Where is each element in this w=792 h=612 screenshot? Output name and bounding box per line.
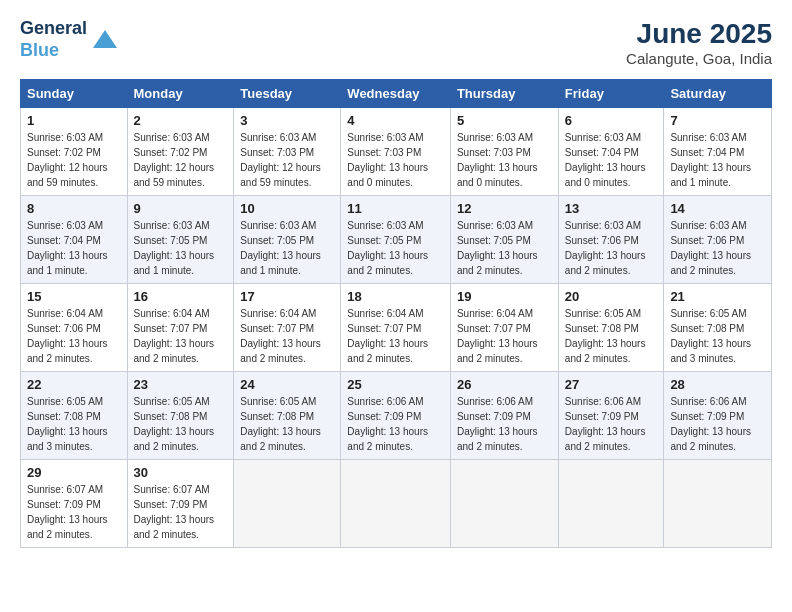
day-detail: Sunrise: 6:05 AM Sunset: 7:08 PM Dayligh… xyxy=(134,394,228,454)
day-detail: Sunrise: 6:05 AM Sunset: 7:08 PM Dayligh… xyxy=(670,306,765,366)
calendar-week-row: 29Sunrise: 6:07 AM Sunset: 7:09 PM Dayli… xyxy=(21,460,772,548)
calendar-day-cell: 1Sunrise: 6:03 AM Sunset: 7:02 PM Daylig… xyxy=(21,108,128,196)
calendar-day-cell xyxy=(558,460,664,548)
day-detail: Sunrise: 6:04 AM Sunset: 7:07 PM Dayligh… xyxy=(457,306,552,366)
weekday-header: Thursday xyxy=(450,80,558,108)
calendar-week-row: 22Sunrise: 6:05 AM Sunset: 7:08 PM Dayli… xyxy=(21,372,772,460)
day-detail: Sunrise: 6:03 AM Sunset: 7:04 PM Dayligh… xyxy=(27,218,121,278)
day-number: 30 xyxy=(134,465,228,480)
day-detail: Sunrise: 6:05 AM Sunset: 7:08 PM Dayligh… xyxy=(565,306,658,366)
calendar-day-cell: 25Sunrise: 6:06 AM Sunset: 7:09 PM Dayli… xyxy=(341,372,451,460)
day-detail: Sunrise: 6:03 AM Sunset: 7:02 PM Dayligh… xyxy=(27,130,121,190)
day-detail: Sunrise: 6:03 AM Sunset: 7:06 PM Dayligh… xyxy=(565,218,658,278)
calendar-day-cell: 5Sunrise: 6:03 AM Sunset: 7:03 PM Daylig… xyxy=(450,108,558,196)
calendar-day-cell xyxy=(234,460,341,548)
day-number: 6 xyxy=(565,113,658,128)
calendar-day-cell: 9Sunrise: 6:03 AM Sunset: 7:05 PM Daylig… xyxy=(127,196,234,284)
day-detail: Sunrise: 6:05 AM Sunset: 7:08 PM Dayligh… xyxy=(240,394,334,454)
day-detail: Sunrise: 6:07 AM Sunset: 7:09 PM Dayligh… xyxy=(134,482,228,542)
day-number: 21 xyxy=(670,289,765,304)
day-number: 4 xyxy=(347,113,444,128)
calendar-subtitle: Calangute, Goa, India xyxy=(626,50,772,67)
day-number: 8 xyxy=(27,201,121,216)
day-number: 23 xyxy=(134,377,228,392)
weekday-header: Wednesday xyxy=(341,80,451,108)
weekday-header: Tuesday xyxy=(234,80,341,108)
day-detail: Sunrise: 6:03 AM Sunset: 7:06 PM Dayligh… xyxy=(670,218,765,278)
calendar-day-cell: 4Sunrise: 6:03 AM Sunset: 7:03 PM Daylig… xyxy=(341,108,451,196)
day-number: 18 xyxy=(347,289,444,304)
day-detail: Sunrise: 6:03 AM Sunset: 7:05 PM Dayligh… xyxy=(347,218,444,278)
day-detail: Sunrise: 6:06 AM Sunset: 7:09 PM Dayligh… xyxy=(565,394,658,454)
day-detail: Sunrise: 6:03 AM Sunset: 7:05 PM Dayligh… xyxy=(240,218,334,278)
calendar-day-cell: 2Sunrise: 6:03 AM Sunset: 7:02 PM Daylig… xyxy=(127,108,234,196)
calendar-day-cell: 6Sunrise: 6:03 AM Sunset: 7:04 PM Daylig… xyxy=(558,108,664,196)
calendar-day-cell: 28Sunrise: 6:06 AM Sunset: 7:09 PM Dayli… xyxy=(664,372,772,460)
day-number: 20 xyxy=(565,289,658,304)
day-number: 26 xyxy=(457,377,552,392)
calendar-day-cell: 26Sunrise: 6:06 AM Sunset: 7:09 PM Dayli… xyxy=(450,372,558,460)
calendar-day-cell xyxy=(450,460,558,548)
calendar-day-cell: 18Sunrise: 6:04 AM Sunset: 7:07 PM Dayli… xyxy=(341,284,451,372)
calendar-title: June 2025 xyxy=(626,18,772,50)
day-detail: Sunrise: 6:07 AM Sunset: 7:09 PM Dayligh… xyxy=(27,482,121,542)
calendar-header-row: SundayMondayTuesdayWednesdayThursdayFrid… xyxy=(21,80,772,108)
calendar-day-cell: 22Sunrise: 6:05 AM Sunset: 7:08 PM Dayli… xyxy=(21,372,128,460)
logo: GeneralBlue xyxy=(20,18,119,61)
calendar-day-cell: 30Sunrise: 6:07 AM Sunset: 7:09 PM Dayli… xyxy=(127,460,234,548)
day-number: 3 xyxy=(240,113,334,128)
logo-icon xyxy=(91,26,119,54)
day-detail: Sunrise: 6:03 AM Sunset: 7:05 PM Dayligh… xyxy=(457,218,552,278)
calendar-day-cell: 7Sunrise: 6:03 AM Sunset: 7:04 PM Daylig… xyxy=(664,108,772,196)
calendar-day-cell: 29Sunrise: 6:07 AM Sunset: 7:09 PM Dayli… xyxy=(21,460,128,548)
calendar-day-cell xyxy=(664,460,772,548)
day-number: 2 xyxy=(134,113,228,128)
day-detail: Sunrise: 6:03 AM Sunset: 7:02 PM Dayligh… xyxy=(134,130,228,190)
day-detail: Sunrise: 6:04 AM Sunset: 7:07 PM Dayligh… xyxy=(347,306,444,366)
header: GeneralBlue June 2025 Calangute, Goa, In… xyxy=(20,18,772,67)
calendar-day-cell: 24Sunrise: 6:05 AM Sunset: 7:08 PM Dayli… xyxy=(234,372,341,460)
day-detail: Sunrise: 6:05 AM Sunset: 7:08 PM Dayligh… xyxy=(27,394,121,454)
page: GeneralBlue June 2025 Calangute, Goa, In… xyxy=(0,0,792,612)
calendar-day-cell: 8Sunrise: 6:03 AM Sunset: 7:04 PM Daylig… xyxy=(21,196,128,284)
svg-marker-0 xyxy=(93,30,117,48)
calendar-day-cell: 21Sunrise: 6:05 AM Sunset: 7:08 PM Dayli… xyxy=(664,284,772,372)
day-detail: Sunrise: 6:03 AM Sunset: 7:04 PM Dayligh… xyxy=(565,130,658,190)
day-number: 28 xyxy=(670,377,765,392)
day-detail: Sunrise: 6:04 AM Sunset: 7:07 PM Dayligh… xyxy=(240,306,334,366)
day-detail: Sunrise: 6:06 AM Sunset: 7:09 PM Dayligh… xyxy=(457,394,552,454)
day-number: 29 xyxy=(27,465,121,480)
day-detail: Sunrise: 6:06 AM Sunset: 7:09 PM Dayligh… xyxy=(670,394,765,454)
day-number: 17 xyxy=(240,289,334,304)
day-number: 22 xyxy=(27,377,121,392)
day-number: 1 xyxy=(27,113,121,128)
day-detail: Sunrise: 6:04 AM Sunset: 7:06 PM Dayligh… xyxy=(27,306,121,366)
weekday-header: Sunday xyxy=(21,80,128,108)
calendar-day-cell: 12Sunrise: 6:03 AM Sunset: 7:05 PM Dayli… xyxy=(450,196,558,284)
day-detail: Sunrise: 6:04 AM Sunset: 7:07 PM Dayligh… xyxy=(134,306,228,366)
day-number: 14 xyxy=(670,201,765,216)
day-number: 16 xyxy=(134,289,228,304)
calendar-day-cell: 10Sunrise: 6:03 AM Sunset: 7:05 PM Dayli… xyxy=(234,196,341,284)
day-number: 15 xyxy=(27,289,121,304)
calendar-day-cell: 23Sunrise: 6:05 AM Sunset: 7:08 PM Dayli… xyxy=(127,372,234,460)
day-number: 27 xyxy=(565,377,658,392)
calendar-day-cell: 16Sunrise: 6:04 AM Sunset: 7:07 PM Dayli… xyxy=(127,284,234,372)
day-number: 12 xyxy=(457,201,552,216)
day-number: 5 xyxy=(457,113,552,128)
day-number: 9 xyxy=(134,201,228,216)
calendar-week-row: 1Sunrise: 6:03 AM Sunset: 7:02 PM Daylig… xyxy=(21,108,772,196)
calendar-day-cell: 27Sunrise: 6:06 AM Sunset: 7:09 PM Dayli… xyxy=(558,372,664,460)
day-detail: Sunrise: 6:03 AM Sunset: 7:04 PM Dayligh… xyxy=(670,130,765,190)
day-number: 11 xyxy=(347,201,444,216)
title-block: June 2025 Calangute, Goa, India xyxy=(626,18,772,67)
day-number: 19 xyxy=(457,289,552,304)
day-detail: Sunrise: 6:03 AM Sunset: 7:03 PM Dayligh… xyxy=(457,130,552,190)
calendar-day-cell: 3Sunrise: 6:03 AM Sunset: 7:03 PM Daylig… xyxy=(234,108,341,196)
day-number: 7 xyxy=(670,113,765,128)
day-detail: Sunrise: 6:03 AM Sunset: 7:05 PM Dayligh… xyxy=(134,218,228,278)
calendar-day-cell: 20Sunrise: 6:05 AM Sunset: 7:08 PM Dayli… xyxy=(558,284,664,372)
logo-text: GeneralBlue xyxy=(20,18,87,61)
calendar-day-cell: 14Sunrise: 6:03 AM Sunset: 7:06 PM Dayli… xyxy=(664,196,772,284)
calendar-day-cell: 13Sunrise: 6:03 AM Sunset: 7:06 PM Dayli… xyxy=(558,196,664,284)
